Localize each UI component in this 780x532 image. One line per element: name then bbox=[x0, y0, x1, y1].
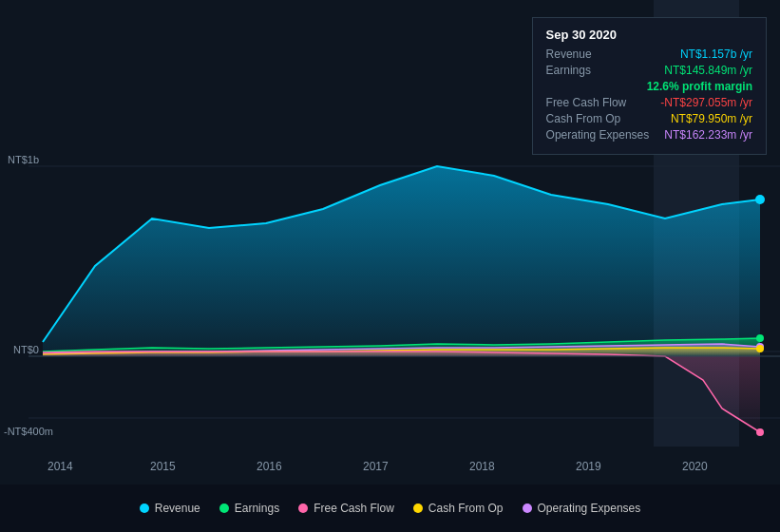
tooltip-revenue-label: Revenue bbox=[546, 48, 592, 61]
svg-point-9 bbox=[756, 428, 764, 436]
y-label-neg: -NT$400m bbox=[4, 426, 53, 437]
chart-legend: Revenue Earnings Free Cash Flow Cash Fro… bbox=[0, 494, 780, 522]
tooltip-cashop-row: Cash From Op NT$79.950m /yr bbox=[546, 112, 752, 125]
svg-text:2019: 2019 bbox=[576, 460, 601, 473]
svg-text:2018: 2018 bbox=[469, 460, 495, 473]
svg-text:2016: 2016 bbox=[257, 460, 282, 473]
svg-text:2020: 2020 bbox=[682, 460, 708, 473]
svg-text:2017: 2017 bbox=[363, 460, 389, 473]
tooltip-fcf-value: -NT$297.055m /yr bbox=[660, 96, 752, 109]
legend-dot-revenue bbox=[140, 504, 149, 513]
legend-fcf[interactable]: Free Cash Flow bbox=[298, 502, 394, 515]
svg-point-8 bbox=[756, 345, 764, 352]
tooltip-revenue-value: NT$1.157b /yr bbox=[680, 48, 752, 61]
tooltip-profit-margin: 12.6% profit margin bbox=[546, 80, 752, 93]
tooltip-opexp-value: NT$162.233m /yr bbox=[664, 128, 752, 142]
legend-dot-fcf bbox=[298, 504, 308, 513]
y-label-0: NT$0 bbox=[13, 344, 39, 355]
tooltip-earnings-label: Earnings bbox=[546, 64, 591, 77]
tooltip-opexp-row: Operating Expenses NT$162.233m /yr bbox=[546, 128, 752, 142]
legend-cashop[interactable]: Cash From Op bbox=[413, 502, 504, 515]
legend-dot-opexp bbox=[523, 504, 532, 513]
tooltip-earnings-row: Earnings NT$145.849m /yr bbox=[546, 64, 752, 77]
tooltip-revenue-row: Revenue NT$1.157b /yr bbox=[546, 48, 752, 61]
data-tooltip: Sep 30 2020 Revenue NT$1.157b /yr Earnin… bbox=[532, 17, 767, 155]
legend-revenue[interactable]: Revenue bbox=[140, 502, 200, 515]
legend-label-earnings: Earnings bbox=[235, 502, 279, 515]
tooltip-earnings-value: NT$145.849m /yr bbox=[664, 64, 752, 77]
svg-point-5 bbox=[755, 195, 765, 204]
tooltip-fcf-row: Free Cash Flow -NT$297.055m /yr bbox=[546, 96, 752, 109]
tooltip-cashop-label: Cash From Op bbox=[546, 112, 621, 125]
legend-label-revenue: Revenue bbox=[155, 502, 200, 515]
legend-label-opexp: Operating Expenses bbox=[538, 502, 641, 515]
legend-label-cashop: Cash From Op bbox=[428, 502, 504, 515]
legend-dot-cashop bbox=[413, 504, 423, 513]
tooltip-opexp-label: Operating Expenses bbox=[546, 128, 650, 142]
tooltip-title: Sep 30 2020 bbox=[546, 28, 752, 42]
svg-text:2015: 2015 bbox=[150, 460, 176, 473]
tooltip-cashop-value: NT$79.950m /yr bbox=[671, 112, 752, 125]
legend-earnings[interactable]: Earnings bbox=[219, 502, 279, 515]
legend-label-fcf: Free Cash Flow bbox=[314, 502, 394, 515]
svg-text:2014: 2014 bbox=[48, 460, 73, 473]
tooltip-fcf-label: Free Cash Flow bbox=[546, 96, 627, 109]
legend-dot-earnings bbox=[219, 504, 229, 513]
legend-opexp[interactable]: Operating Expenses bbox=[523, 502, 641, 515]
y-label-1b: NT$1b bbox=[8, 154, 39, 165]
svg-point-6 bbox=[756, 334, 764, 342]
